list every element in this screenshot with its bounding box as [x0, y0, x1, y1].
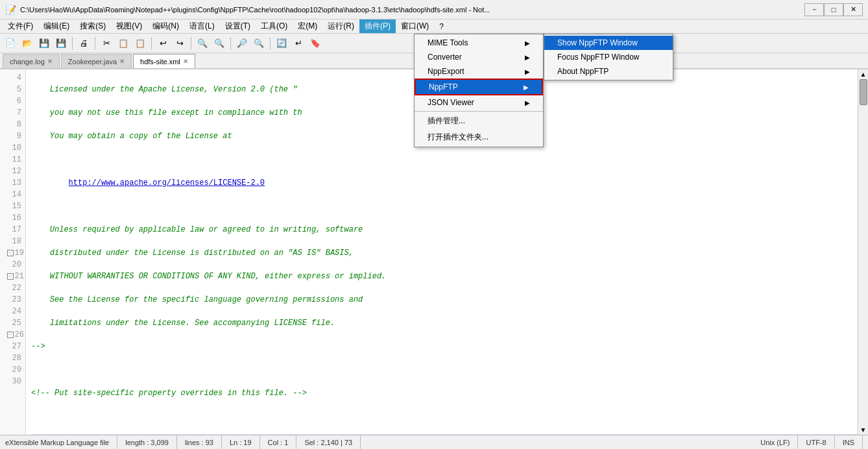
- json-viewer-arrow: ▶: [525, 99, 530, 106]
- ln-7: 7: [0, 107, 25, 119]
- menu-window[interactable]: 窗口(W): [396, 19, 434, 33]
- tb-bookmarks[interactable]: 🔖: [307, 36, 323, 51]
- toolbar-separator-1: [72, 37, 73, 50]
- tb-cut[interactable]: ✂: [99, 36, 114, 51]
- menu-language[interactable]: 语言(L): [184, 19, 220, 33]
- minimize-button[interactable]: －: [804, 3, 824, 16]
- menu-open-plugin-folder[interactable]: 打开插件文件夹...: [415, 129, 543, 145]
- tb-paste[interactable]: 📋: [132, 36, 148, 51]
- tb-replace[interactable]: 🔍: [211, 36, 227, 51]
- code-line-18: [31, 411, 858, 422]
- menu-search[interactable]: 搜索(S): [75, 19, 111, 33]
- tb-redo[interactable]: ↪: [172, 36, 187, 51]
- menu-plugin[interactable]: 插件(P): [359, 19, 396, 33]
- menu-macro[interactable]: 宏(M): [293, 19, 322, 33]
- title-text: C:\Users\HaoWu\AppData\Roaming\Notepad++…: [20, 6, 804, 14]
- tb-copy[interactable]: 📋: [115, 36, 131, 51]
- tb-print[interactable]: 🖨: [76, 36, 91, 51]
- ln-20: 20: [0, 259, 25, 271]
- menu-file[interactable]: 文件(F): [3, 19, 38, 33]
- scroll-thumb[interactable]: [860, 79, 867, 105]
- ln-22: 22: [0, 282, 25, 294]
- maximize-button[interactable]: □: [824, 3, 843, 16]
- nppexport-label: NppExport: [428, 67, 464, 76]
- menu-edit[interactable]: 编辑(E): [38, 19, 75, 33]
- mime-tools-arrow: ▶: [525, 40, 530, 47]
- tb-save[interactable]: 💾: [36, 36, 52, 51]
- focus-window-label: Focus NppFTP Window: [557, 53, 640, 62]
- tab-hdfs-close[interactable]: ✕: [183, 58, 188, 65]
- ln-4: 4: [0, 72, 25, 84]
- ln-21-fold: － 21: [0, 271, 25, 282]
- code-line-14: limitations under the License. See accom…: [31, 317, 858, 329]
- tb-undo[interactable]: ↩: [155, 36, 171, 51]
- menu-json-viewer[interactable]: JSON Viewer ▶: [415, 95, 543, 110]
- tab-changelog-close[interactable]: ✕: [47, 58, 53, 65]
- ln-16: 16: [0, 212, 25, 224]
- menu-encode[interactable]: 编码(N): [147, 19, 184, 33]
- tb-find[interactable]: 🔍: [195, 36, 210, 51]
- fold-19[interactable]: －: [7, 250, 14, 256]
- tb-new[interactable]: 📄: [3, 36, 18, 51]
- ln-21: 21: [15, 271, 24, 282]
- plugin-menu: MIME Tools ▶ Converter ▶ NppExport ▶ Npp…: [414, 34, 544, 147]
- code-line-15: -->: [31, 341, 858, 352]
- tb-wrap[interactable]: ↵: [291, 36, 306, 51]
- menu-plugin-admin[interactable]: 插件管理...: [415, 113, 543, 129]
- open-plugin-folder-label: 打开插件文件夹...: [428, 132, 488, 143]
- tb-zoom-in[interactable]: 🔎: [234, 36, 250, 51]
- close-button[interactable]: ✕: [843, 3, 863, 16]
- ln-19-fold: － 19: [0, 247, 25, 259]
- code-line-17: <!-- Put site-specific property override…: [31, 387, 858, 399]
- scroll-down-arrow[interactable]: ▼: [860, 426, 867, 433]
- status-sel: Sel : 2,140 | 73: [296, 435, 361, 449]
- menu-view[interactable]: 视图(V): [111, 19, 147, 33]
- line-numbers: 4 5 6 7 8 9 10 11 12 13 14 15 16 17 18 －…: [0, 69, 26, 435]
- code-line-8: http://www.apache.org/licenses/LICENSE-2…: [31, 177, 858, 189]
- toolbar-separator-5: [230, 37, 231, 50]
- menu-settings[interactable]: 设置(T): [220, 19, 256, 33]
- show-window-label: Show NppFTP Window: [557, 38, 638, 47]
- nppexport-arrow: ▶: [525, 68, 530, 75]
- tab-zookeeper-close[interactable]: ✕: [119, 58, 125, 65]
- tb-sync[interactable]: 🔄: [274, 36, 289, 51]
- ln-24: 24: [0, 306, 25, 317]
- status-length: length : 3,099: [117, 435, 177, 449]
- menu-tools[interactable]: 工具(O): [256, 19, 293, 33]
- tab-zookeeper[interactable]: Zookeeper.java ✕: [61, 54, 132, 68]
- code-line-13: See the License for the specific languag…: [31, 294, 858, 306]
- menu-nppexport[interactable]: NppExport ▶: [415, 64, 543, 79]
- status-lines: lines : 93: [177, 435, 222, 449]
- tb-zoom-out[interactable]: 🔍: [251, 36, 267, 51]
- tab-changelog[interactable]: change.log ✕: [3, 54, 60, 68]
- menu-converter[interactable]: Converter ▶: [415, 50, 543, 64]
- menu-bar: 文件(F) 编辑(E) 搜索(S) 视图(V) 编码(N) 语言(L) 设置(T…: [0, 19, 868, 34]
- menu-run[interactable]: 运行(R): [322, 19, 359, 33]
- tab-hdfs-site[interactable]: hdfs-site.xml ✕: [133, 54, 195, 68]
- converter-arrow: ▶: [525, 54, 530, 61]
- tb-saveall[interactable]: 💾: [53, 36, 69, 51]
- fold-26[interactable]: －: [7, 332, 14, 338]
- submenu-focus-window[interactable]: Focus NppFTP Window: [544, 50, 673, 64]
- submenu-show-window[interactable]: Show NppFTP Window: [544, 36, 673, 50]
- about-label: About NppFTP: [557, 67, 609, 76]
- menu-separator: [415, 111, 543, 112]
- mime-tools-label: MIME Tools: [428, 38, 468, 47]
- status-line-ending: Unix (LF): [753, 435, 798, 449]
- submenu-about[interactable]: About NppFTP: [544, 64, 673, 79]
- ln-15: 15: [0, 200, 25, 212]
- ln-13: 13: [0, 177, 25, 189]
- ln-26: 26: [15, 329, 24, 341]
- nppftp-arrow: ▶: [524, 84, 529, 91]
- menu-help[interactable]: ?: [434, 21, 449, 32]
- vertical-scrollbar[interactable]: ▲ ▼: [858, 69, 868, 435]
- menu-nppftp[interactable]: NppFTP ▶: [415, 79, 543, 95]
- scroll-up-arrow[interactable]: ▲: [860, 71, 867, 78]
- menu-mime-tools[interactable]: MIME Tools ▶: [415, 36, 543, 50]
- fold-21[interactable]: －: [7, 273, 14, 280]
- tb-open[interactable]: 📂: [19, 36, 35, 51]
- tab-hdfs-label: hdfs-site.xml: [140, 58, 180, 66]
- code-line-16: [31, 364, 858, 376]
- json-viewer-label: JSON Viewer: [428, 98, 474, 107]
- ln-8: 8: [0, 119, 25, 130]
